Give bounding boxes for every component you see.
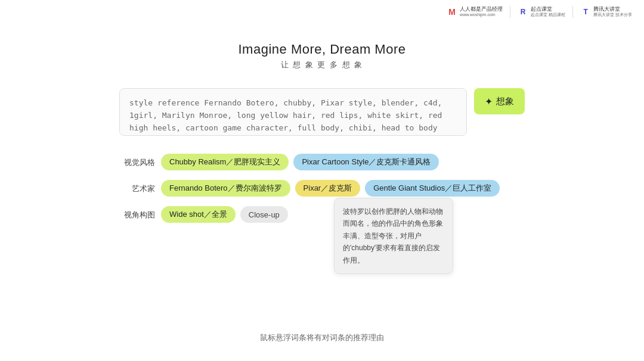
logo-r-icon: R: [518, 7, 528, 17]
logo-qidian-main: 起点课堂: [531, 6, 565, 13]
logo-divider-2: [572, 6, 573, 18]
logo-woshipm: M 人人都是产品经理 www.woshipm.com: [447, 6, 503, 17]
tag-gentle-giant[interactable]: Gentle Giant Studios／巨人工作室: [365, 180, 500, 197]
prompt-input[interactable]: [119, 88, 467, 136]
input-area: ✦ 想象: [119, 88, 525, 136]
tag-pixar-cartoon[interactable]: Pixar Cartoon Style／皮克斯卡通风格: [293, 154, 439, 170]
header: Imagine More, Dream More 让 想 象 更 多 想 象: [239, 42, 406, 70]
logo-woshipm-main: 人人都是产品经理: [460, 6, 503, 13]
logo-tencent-sub: 腾讯大讲堂 技术分享: [593, 13, 632, 17]
logo-tencent: T 腾讯大讲堂 腾讯大讲堂 技术分享: [580, 6, 632, 17]
imagine-button-label: 想象: [496, 96, 514, 107]
artist-tooltip: 波特罗以创作肥胖的人物和动物而闻名，他的作品中的角色形象丰满、造型夸张，对用户的…: [334, 198, 453, 274]
imagine-button[interactable]: ✦ 想象: [474, 88, 525, 114]
tag-row-shot: 视角构图 Wide shot／全景 Close-up: [119, 206, 525, 223]
tags-section: 视觉风格 Chubby Realism／肥胖现实主义 Pixar Cartoon…: [119, 154, 525, 232]
logo-tencent-main: 腾讯大讲堂: [593, 6, 632, 13]
page-subtitle: 让 想 象 更 多 想 象: [239, 60, 406, 70]
tag-row-style: 视觉风格 Chubby Realism／肥胖现实主义 Pixar Cartoon…: [119, 154, 525, 170]
tag-chubby-realism[interactable]: Chubby Realism／肥胖现实主义: [161, 154, 289, 170]
tag-pixar[interactable]: Pixar／皮克斯: [295, 180, 361, 197]
main-container: Imagine More, Dream More 让 想 象 更 多 想 象 ✦…: [0, 24, 644, 361]
tag-label-shot: 视角构图: [119, 206, 155, 220]
tag-botero[interactable]: Fernando Botero／费尔南波特罗: [161, 180, 290, 197]
top-bar: M 人人都是产品经理 www.woshipm.com R 起点课堂 起点课堂 精…: [447, 0, 644, 24]
page-title: Imagine More, Dream More: [239, 42, 406, 57]
imagine-icon: ✦: [485, 96, 493, 107]
logo-woshipm-sub: www.woshipm.com: [460, 13, 503, 17]
tag-label-style: 视觉风格: [119, 154, 155, 168]
tag-items-artist: Fernando Botero／费尔南波特罗 Pixar／皮克斯 Gentle …: [161, 180, 525, 197]
bottom-hint: 鼠标悬浮词条将有对词条的推荐理由: [260, 332, 384, 343]
tag-row-artist: 艺术家 Fernando Botero／费尔南波特罗 Pixar／皮克斯 Gen…: [119, 180, 525, 197]
logo-qidian-text: 起点课堂 起点课堂 精品课程: [531, 6, 565, 17]
tag-close-up[interactable]: Close-up: [240, 206, 288, 223]
tooltip-text: 波特罗以创作肥胖的人物和动物而闻名，他的作品中的角色形象丰满、造型夸张，对用户的…: [343, 207, 443, 264]
logo-m-icon: M: [447, 7, 457, 17]
logo-qidian-sub: 起点课堂 精品课程: [531, 13, 565, 17]
logo-woshipm-text: 人人都是产品经理 www.woshipm.com: [460, 6, 503, 17]
tag-label-artist: 艺术家: [119, 180, 155, 194]
logo-tencent-text: 腾讯大讲堂 腾讯大讲堂 技术分享: [593, 6, 632, 17]
logo-t-icon: T: [580, 7, 591, 17]
logo-qidian: R 起点课堂 起点课堂 精品课程: [518, 6, 565, 17]
tag-wide-shot[interactable]: Wide shot／全景: [161, 206, 236, 223]
logo-divider-1: [510, 6, 510, 18]
tag-items-style: Chubby Realism／肥胖现实主义 Pixar Cartoon Styl…: [161, 154, 525, 170]
